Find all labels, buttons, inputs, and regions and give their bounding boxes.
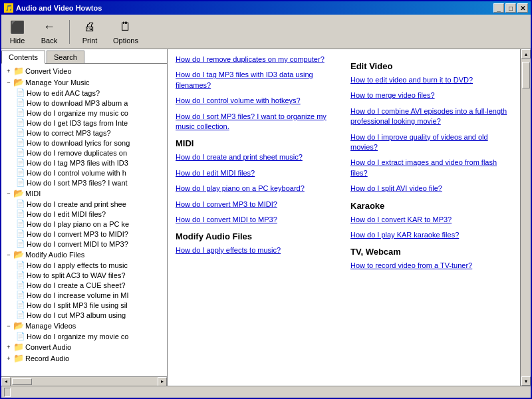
list-item[interactable]: 📄How do I convert MIDI to MP3?	[15, 239, 166, 249]
close-button[interactable]: ✕	[517, 3, 528, 13]
list-item[interactable]: 📄How do I sort MP3 files? I want	[15, 178, 166, 188]
content-link[interactable]: How to merge video files?	[350, 90, 512, 100]
content-link[interactable]: How do I convert KAR to MP3?	[350, 215, 512, 225]
content-link[interactable]: How to record video from a TV-tuner?	[350, 261, 512, 271]
scroll-left-button[interactable]: ◂	[1, 377, 11, 386]
file-icon: 📄	[16, 219, 25, 228]
file-icon: 📄	[16, 311, 25, 319]
content-link[interactable]: How do I remove duplicates on my compute…	[176, 55, 337, 65]
expand-icon: −	[5, 190, 12, 197]
content-link[interactable]: How do I edit MIDI files?	[176, 168, 337, 178]
content-link[interactable]: How do I sort MP3 files? I want to organ…	[176, 112, 337, 132]
list-item[interactable]: 📄How do I organize my music co	[15, 108, 166, 118]
list-item[interactable]: 📄How do I create and print shee	[15, 199, 166, 209]
content-link[interactable]: How do I improve quality of videos and o…	[350, 132, 512, 153]
folder-modify-audio-children: 📄How do I apply effects to music 📄How to…	[4, 260, 166, 320]
list-item[interactable]: 📄How to split AC3 to WAV files?	[15, 270, 166, 280]
file-icon: 📄	[16, 261, 25, 269]
folder-icon: 📁	[13, 66, 24, 76]
content-link[interactable]: How do I extract images and video from f…	[350, 158, 512, 178]
folder-midi-label: MIDI	[25, 190, 41, 198]
list-item[interactable]: 📄How do I create a CUE sheet?	[15, 280, 166, 290]
hide-button[interactable]: ⬛ Hide	[4, 17, 31, 47]
folder-icon: 📂	[13, 188, 24, 198]
content-link[interactable]: How do I play KAR karaoke files?	[350, 230, 512, 240]
folder-manage-music-item[interactable]: − 📂 Manage Your Music	[4, 76, 166, 88]
maximize-button[interactable]: □	[505, 3, 516, 13]
list-item[interactable]: 📄How to download MP3 album a	[15, 98, 166, 108]
content-left-col: How do I remove duplicates on my compute…	[176, 55, 337, 277]
folder-modify-audio-item[interactable]: − 📂 Modify Audio Files	[4, 249, 166, 260]
file-icon: 📄	[16, 138, 25, 147]
file-icon: 📄	[16, 271, 25, 279]
folder-midi-item[interactable]: − 📂 MIDI	[4, 188, 166, 199]
folder-record-audio-item[interactable]: + 📁 Record Audio	[4, 352, 166, 364]
list-item[interactable]: 📄How do I increase volume in MI	[15, 290, 166, 300]
v-scrollbar-track[interactable]	[521, 59, 531, 376]
folder-icon: 📁	[13, 342, 24, 352]
file-icon: 📄	[16, 281, 25, 289]
content-link[interactable]: How do I combine AVI episodes into a ful…	[350, 106, 512, 127]
list-item[interactable]: 📄How do I convert MP3 to MIDI?	[15, 229, 166, 239]
h-scrollbar-track[interactable]	[11, 378, 158, 386]
list-item[interactable]: 📄How to edit AAC tags?	[15, 88, 166, 98]
file-icon: 📄	[16, 148, 25, 157]
content-link[interactable]: How do I tag MP3 files with ID3 data usi…	[176, 70, 337, 90]
file-icon: 📄	[16, 128, 25, 137]
scroll-right-button[interactable]: ▸	[158, 377, 167, 386]
folder-convert-audio-label: Convert Audio	[25, 343, 71, 351]
section-title-midi: MIDI	[176, 138, 337, 148]
list-item[interactable]: 📄How do I cut MP3 album using	[15, 310, 166, 320]
back-label: Back	[41, 37, 57, 45]
folder-manage-music-label: Manage Your Music	[25, 78, 90, 86]
tree-view[interactable]: + 📁 Convert Video − 📂 Manage Your Music …	[1, 64, 167, 376]
content-link[interactable]: How to edit video and burn it to DVD?	[350, 75, 512, 85]
list-item[interactable]: 📄How do I apply effects to music	[15, 260, 166, 270]
options-label: Options	[113, 37, 138, 45]
list-item[interactable]: 📄How to download lyrics for song	[15, 138, 166, 148]
list-item[interactable]: 📄How do I control volume with h	[15, 168, 166, 178]
folder-record-audio: + 📁 Record Audio	[3, 352, 166, 364]
content-link[interactable]: How do I play piano on a PC keyboard?	[176, 184, 337, 194]
list-item[interactable]: 📄How do I split MP3 file using sil	[15, 300, 166, 310]
file-icon: 📄	[16, 291, 25, 299]
hide-label: Hide	[10, 37, 25, 45]
file-icon: 📄	[16, 200, 25, 208]
options-button[interactable]: 🗒 Options	[108, 17, 143, 47]
scroll-down-button[interactable]: ▾	[521, 376, 531, 386]
list-item[interactable]: 📄How do I remove duplicates on	[15, 148, 166, 158]
v-scrollbar-thumb[interactable]	[522, 62, 530, 88]
folder-convert-video: + 📁 Convert Video	[3, 65, 166, 76]
h-scrollbar-thumb[interactable]	[12, 378, 32, 385]
list-item[interactable]: 📄How do I organize my movie co	[15, 331, 166, 341]
folder-convert-audio-item[interactable]: + 📁 Convert Audio	[4, 341, 166, 352]
section-title-karaoke: Karaoke	[350, 201, 512, 211]
minimize-button[interactable]: _	[493, 3, 504, 13]
content-link[interactable]: How do I split AVI video file?	[350, 184, 512, 194]
scroll-up-button[interactable]: ▴	[521, 49, 531, 59]
print-label: Print	[82, 37, 98, 45]
list-item[interactable]: 📄How do I tag MP3 files with ID3	[15, 158, 166, 168]
print-button[interactable]: 🖨 Print	[76, 17, 103, 47]
list-item[interactable]: 📄How do I play piano on a PC ke	[15, 219, 166, 229]
content-link[interactable]: How do I create and print sheet music?	[176, 152, 337, 162]
file-icon: 📄	[16, 229, 25, 238]
back-button[interactable]: ← Back	[36, 17, 63, 47]
tab-search[interactable]: Search	[47, 51, 84, 63]
folder-modify-audio-label: Modify Audio Files	[25, 251, 84, 259]
h-scrollbar: ◂ ▸	[1, 376, 167, 386]
content-link[interactable]: How do I control volume with hotkeys?	[176, 96, 337, 106]
expand-icon: +	[5, 355, 12, 362]
tab-contents[interactable]: Contents	[1, 51, 45, 64]
list-item[interactable]: 📄How do I edit MIDI files?	[15, 209, 166, 219]
content-link[interactable]: How do I convert MP3 to MIDI?	[176, 200, 337, 209]
list-item[interactable]: 📄How do I get ID3 tags from Inte	[15, 118, 166, 128]
list-item[interactable]: 📄How to correct MP3 tags?	[15, 128, 166, 138]
content-link[interactable]: How do I apply effects to music?	[176, 245, 337, 255]
folder-icon: 📁	[13, 353, 24, 363]
folder-convert-video-item[interactable]: + 📁 Convert Video	[4, 65, 166, 76]
toolbar-separator	[69, 20, 70, 44]
content-link[interactable]: How do I convert MIDI to MP3?	[176, 215, 337, 225]
folder-manage-videos-label: Manage Videos	[25, 322, 76, 330]
folder-manage-videos-item[interactable]: − 📂 Manage Videos	[4, 320, 166, 331]
